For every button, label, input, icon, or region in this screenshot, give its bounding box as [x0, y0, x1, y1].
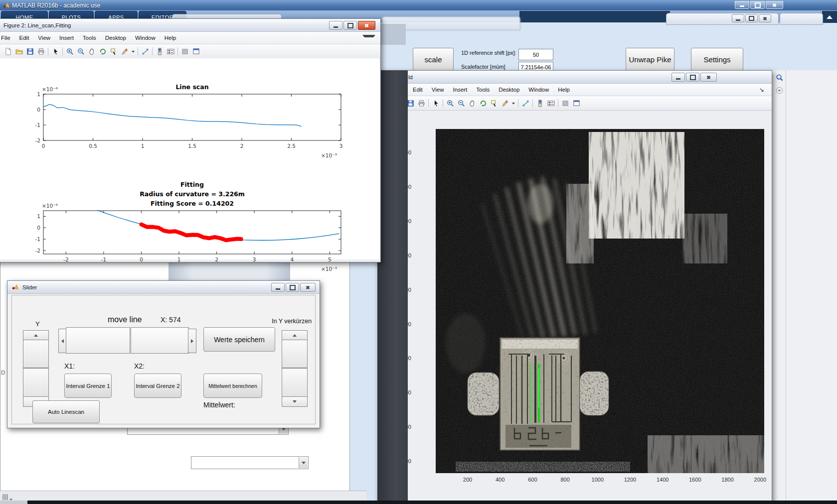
figure2-restore-button[interactable]: [343, 21, 357, 30]
secondary-restore-button[interactable]: [745, 14, 758, 22]
hologram-figure-titlebar[interactable]: ld ✖: [378, 71, 772, 84]
scale-button[interactable]: scale: [413, 48, 454, 71]
figure2-title: Figure 2: Line_scan,Fitting: [3, 22, 71, 28]
svg-text:1: 1: [177, 256, 181, 262]
x-slider-track-left[interactable]: [66, 327, 130, 354]
combo2-dropdown-icon[interactable]: [299, 457, 308, 468]
print-icon[interactable]: [416, 98, 427, 108]
y-slider-lower-track[interactable]: [23, 368, 49, 397]
menu-desktop[interactable]: Desktop: [101, 33, 131, 43]
menu-file[interactable]: File: [0, 33, 15, 43]
calc-mean-button[interactable]: Mittelwert berechnen: [203, 374, 262, 398]
rotate-3d-icon[interactable]: [478, 98, 489, 108]
open-folder-icon[interactable]: [13, 46, 24, 56]
taskbar[interactable]: [27, 501, 837, 504]
hologram-image[interactable]: [436, 129, 764, 473]
panel-menu-icon[interactable]: [774, 85, 785, 95]
cursor-arrow-icon[interactable]: [50, 46, 61, 56]
menu-help[interactable]: Help: [553, 85, 574, 95]
secondary-close-button[interactable]: ✖: [759, 14, 771, 22]
menubar-caret-icon[interactable]: [362, 35, 375, 41]
brush-icon[interactable]: [500, 98, 510, 108]
menu-view[interactable]: View: [33, 33, 55, 43]
insert-colorbar-icon[interactable]: [534, 98, 545, 108]
svg-text:0: 0: [42, 143, 45, 149]
pan-hand-icon[interactable]: [467, 98, 478, 108]
shorten-slider-lower-track[interactable]: [282, 368, 308, 397]
svg-text:-1: -1: [35, 122, 40, 128]
insert-legend-icon[interactable]: [165, 46, 176, 56]
ref-shift-field[interactable]: 50: [518, 49, 553, 60]
link-plot-icon[interactable]: [520, 98, 531, 108]
dock-figure-icon[interactable]: [571, 98, 582, 108]
insert-legend-icon[interactable]: [545, 98, 556, 108]
menu-window[interactable]: Window: [131, 33, 160, 43]
y-slider-upper-track[interactable]: [23, 340, 49, 368]
insert-colorbar-icon[interactable]: [154, 46, 165, 56]
slider-titlebar[interactable]: Slider ✖: [7, 281, 320, 294]
dock-figure-icon[interactable]: [190, 46, 201, 56]
auto-linescan-button[interactable]: Auto Linescan: [32, 400, 100, 423]
settings-button[interactable]: Settings: [691, 48, 743, 71]
brush-icon[interactable]: [119, 46, 130, 56]
slider-close-button[interactable]: ✖: [300, 283, 316, 292]
x-slider-track-right[interactable]: [131, 327, 189, 354]
hologram-minimize-button[interactable]: [671, 73, 685, 82]
new-document-icon[interactable]: [2, 46, 13, 56]
x-slider-right-button[interactable]: [188, 329, 196, 353]
hide-plot-tools-icon[interactable]: [179, 46, 190, 56]
data-cursor-icon[interactable]: [108, 46, 119, 56]
unwrap-pike-button[interactable]: Unwrap Pike: [626, 48, 674, 71]
main-restore-button[interactable]: [750, 1, 765, 9]
interval-limit1-button[interactable]: Interval Grenze 1: [64, 374, 112, 398]
y-slider-up-button[interactable]: [23, 330, 49, 341]
zoom-in-icon[interactable]: [445, 98, 456, 108]
menu-edit[interactable]: Edit: [15, 33, 34, 43]
shorten-slider-upper-track[interactable]: [282, 340, 308, 368]
slider-minimize-button[interactable]: [271, 283, 285, 292]
slider-restore-button[interactable]: [286, 283, 299, 292]
brush-caret-icon[interactable]: [510, 98, 516, 108]
main-minimize-button[interactable]: [735, 1, 749, 9]
menu-desktop[interactable]: Desktop: [494, 85, 524, 95]
search-icon[interactable]: [774, 72, 785, 82]
rotate-3d-icon[interactable]: [97, 46, 108, 56]
zoom-out-icon[interactable]: [456, 98, 467, 108]
zoom-out-icon[interactable]: [75, 46, 86, 56]
brush-caret-icon[interactable]: [130, 46, 136, 56]
figure2-minimize-button[interactable]: [329, 21, 342, 30]
print-icon[interactable]: [35, 46, 46, 56]
menu-view[interactable]: View: [427, 85, 449, 95]
svg-text:×10⁻³: ×10⁻³: [321, 266, 337, 272]
menu-insert[interactable]: Insert: [449, 85, 472, 95]
link-plot-icon[interactable]: [140, 46, 151, 56]
main-close-button[interactable]: ✖: [766, 1, 783, 9]
x1-label: X1:: [64, 362, 75, 370]
data-cursor-icon[interactable]: [489, 98, 500, 108]
menu-tools[interactable]: Tools: [78, 33, 101, 43]
hologram-restore-button[interactable]: [686, 73, 699, 82]
save-values-button[interactable]: Werte speichern: [203, 327, 275, 352]
figure2-close-button[interactable]: ✖: [358, 21, 375, 30]
save-icon[interactable]: [24, 46, 35, 56]
menu-insert[interactable]: Insert: [55, 33, 78, 43]
fitting-chart[interactable]: -2-1012345-2-101×10⁻⁶×10⁻³FittingRadius …: [11, 181, 360, 280]
menu-window[interactable]: Window: [524, 85, 553, 95]
shorten-slider-down-button[interactable]: [282, 396, 308, 407]
shorten-slider-up-button[interactable]: [282, 330, 308, 341]
menu-tools[interactable]: Tools: [472, 85, 494, 95]
dock-arrow-icon[interactable]: ↘: [755, 84, 769, 95]
menu-edit[interactable]: Edit: [408, 85, 427, 95]
secondary-minimize-button[interactable]: [732, 14, 744, 22]
hide-plot-tools-icon[interactable]: [560, 98, 571, 108]
figure2-titlebar[interactable]: Figure 2: Line_scan,Fitting ✖: [0, 19, 380, 32]
hidden-combo-2[interactable]: [191, 456, 309, 469]
hologram-close-button[interactable]: ✖: [700, 73, 717, 82]
cursor-arrow-icon[interactable]: [430, 98, 441, 108]
pan-hand-icon[interactable]: [86, 46, 97, 56]
menu-help[interactable]: Help: [160, 33, 181, 43]
interval-limit2-button[interactable]: Interval Grenze 2: [134, 374, 181, 398]
line-scan-chart[interactable]: 00.511.522.53-2-101×10⁻⁶×10⁻³Line scan: [11, 83, 360, 162]
zoom-in-icon[interactable]: [64, 46, 75, 56]
toolstrip-collapse-button[interactable]: [822, 11, 837, 23]
